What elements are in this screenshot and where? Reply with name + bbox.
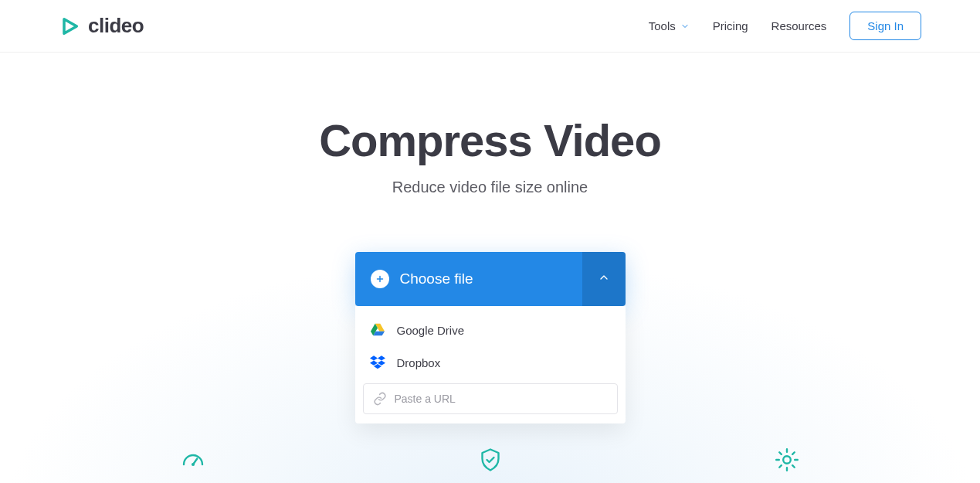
nav-resources-label: Resources	[771, 19, 827, 32]
gear-icon	[771, 444, 802, 475]
svg-marker-3	[370, 355, 378, 360]
feature-icons-row	[0, 444, 980, 475]
paste-url-row	[363, 383, 618, 414]
play-logo-icon	[59, 15, 80, 37]
signin-button[interactable]: Sign In	[849, 12, 921, 40]
page-title: Compress Video	[0, 114, 980, 166]
plus-icon	[371, 270, 389, 288]
google-drive-icon	[369, 323, 386, 337]
source-google-drive-label: Google Drive	[397, 324, 465, 337]
shield-check-icon	[475, 444, 506, 475]
nav-resources[interactable]: Resources	[771, 19, 827, 32]
speedometer-icon	[178, 444, 209, 475]
dropbox-icon	[369, 355, 386, 369]
paste-url-input[interactable]	[395, 393, 608, 405]
main-nav: Tools Pricing Resources Sign In	[649, 12, 921, 40]
chevron-down-icon	[680, 22, 690, 31]
link-icon	[373, 392, 387, 406]
source-google-drive[interactable]: Google Drive	[363, 314, 618, 346]
source-dropbox[interactable]: Dropbox	[363, 346, 618, 379]
chevron-up-icon	[598, 271, 610, 287]
choose-file-button[interactable]: Choose file	[355, 252, 582, 306]
svg-line-9	[193, 459, 197, 465]
choose-file-label: Choose file	[400, 270, 473, 287]
source-dropbox-label: Dropbox	[397, 356, 441, 369]
hero-section: Compress Video Reduce video file size on…	[0, 53, 980, 483]
upload-source-dropdown: Google Drive Dropbox	[355, 306, 626, 423]
nav-pricing[interactable]: Pricing	[713, 19, 748, 32]
nav-pricing-label: Pricing	[713, 19, 748, 32]
nav-tools-label: Tools	[649, 19, 676, 32]
svg-point-10	[783, 456, 791, 464]
page-subtitle: Reduce video file size online	[0, 179, 980, 196]
nav-tools[interactable]: Tools	[649, 19, 690, 32]
upload-source-toggle[interactable]	[582, 252, 626, 306]
upload-widget: Choose file Google Drive	[355, 252, 626, 423]
brand-logo[interactable]: clideo	[59, 14, 144, 38]
svg-marker-4	[378, 355, 385, 360]
header: clideo Tools Pricing Resources Sign In	[0, 0, 980, 53]
brand-name: clideo	[88, 14, 144, 38]
choose-file-row: Choose file	[355, 252, 626, 306]
